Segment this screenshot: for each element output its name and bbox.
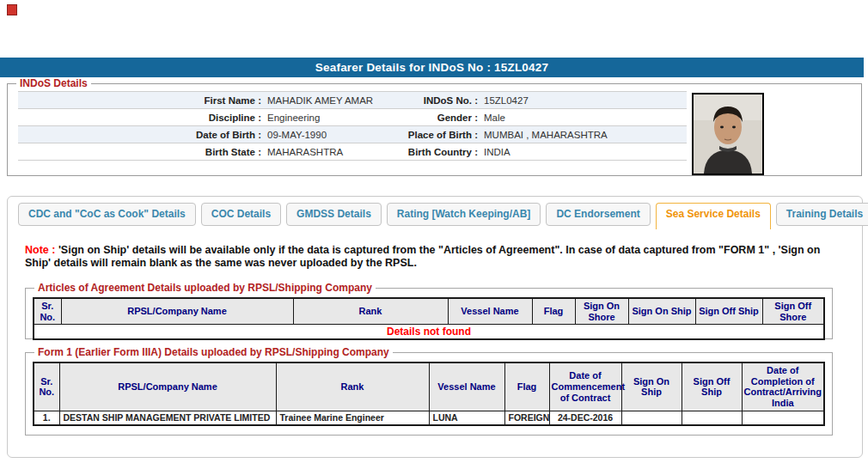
form1-header-sign-on-ship: Sign On Ship [621,362,682,411]
form1-table: Sr. No. RPSL/Company Name Rank Vessel Na… [33,362,825,426]
form1-cell-sign-off-ship [682,411,742,425]
detail-row-discipline: Discipline : Engineering Gender : Male [18,109,687,126]
tab-dc-endorsement[interactable]: DC Endorsement [546,203,650,226]
place-of-birth-label: Place of Birth : [398,126,484,143]
aoa-header-row: Sr. No. RPSL/Company Name Rank Vessel Na… [34,298,824,325]
indos-no-value: 15ZL0427 [484,92,687,108]
sea-service-panel: CDC and "CoC as Cook" Details COC Detail… [7,196,863,458]
aoa-header-sign-off-shore: Sign Off Shore [762,298,824,325]
form1-section: Form 1 (Earlier Form IIIA) Details uploa… [25,352,833,436]
articles-of-agreement-legend: Articles of Agreement Details uploaded b… [34,282,376,294]
birth-state-value: MAHARASHTRA [267,143,398,160]
articles-of-agreement-table: Sr. No. RPSL/Company Name Rank Vessel Na… [33,297,825,340]
indos-details-legend: INDoS Details [16,77,91,89]
detail-row-name: First Name : MAHADIK AMEY AMAR INDoS No.… [18,92,687,109]
seafarer-photo [692,93,764,175]
tab-bar: CDC and "CoC as Cook" Details COC Detail… [18,203,868,229]
indos-details-rows: First Name : MAHADIK AMEY AMAR INDoS No.… [18,91,687,161]
form1-cell-flag: FOREIGN [504,411,549,425]
aoa-header-rank: Rank [293,298,448,325]
aoa-header-sign-off-ship: Sign Off Ship [695,298,762,325]
aoa-header-company: RPSL/Company Name [61,298,293,325]
aoa-header-vessel: Vessel Name [448,298,532,325]
form1-data-row: 1. DESTAN SHIP MANAGEMENT PRIVATE LIMITE… [34,411,824,425]
form1-cell-company: DESTAN SHIP MANAGEMENT PRIVATE LIMITED [59,411,276,425]
birth-country-label: Birth Country : [398,143,484,160]
seafarer-photo-image [694,94,762,174]
form1-cell-completion [742,411,824,425]
form1-header-sr-no: Sr. No. [34,362,59,411]
form1-header-row: Sr. No. RPSL/Company Name Rank Vessel Na… [34,362,824,411]
note-prefix: Note : [25,244,55,256]
indos-no-label: INDoS No. : [398,92,484,108]
tab-gmdss-details[interactable]: GMDSS Details [286,203,382,226]
aoa-header-sign-on-shore: Sign On Shore [575,298,628,325]
form1-legend: Form 1 (Earlier Form IIIA) Details uploa… [34,346,393,358]
gender-label: Gender : [398,109,484,125]
seafarer-details-page: { "page": { "title": "Seafarer Details f… [0,0,868,463]
dob-value: 09-MAY-1990 [267,126,398,143]
form1-cell-commencement: 24-DEC-2016 [549,411,621,425]
form1-header-commencement: Date of Commencement of Contract [549,362,621,411]
form1-cell-sign-on-ship [621,411,682,425]
aoa-header-sign-on-ship: Sign On Ship [628,298,695,325]
birth-country-value: INDIA [484,143,687,160]
note-text: 'Sign on Ship' details will be available… [25,244,820,269]
detail-row-birth: Date of Birth : 09-MAY-1990 Place of Bir… [18,126,687,143]
detail-row-state: Birth State : MAHARASHTRA Birth Country … [18,143,687,161]
broken-image-icon [7,4,17,15]
discipline-label: Discipline : [18,109,267,125]
form1-header-sign-off-ship: Sign Off Ship [682,362,742,411]
dob-label: Date of Birth : [18,126,267,143]
form1-cell-vessel: LUNA [429,411,504,425]
aoa-empty-row: Details not found [34,325,824,339]
tab-cdc-coc-as-cook[interactable]: CDC and "CoC as Cook" Details [18,203,196,226]
aoa-header-flag: Flag [532,298,575,325]
form1-header-completion: Date of Completion of Contract/Arriving … [742,362,824,411]
form1-cell-sr-no: 1. [34,411,59,425]
tab-coc-details[interactable]: COC Details [201,203,281,226]
tab-training-details[interactable]: Training Details [776,203,868,226]
aoa-header-sr-no: Sr. No. [34,298,61,325]
tab-sea-service-details[interactable]: Sea Service Details [656,203,771,229]
page-title: Seafarer Details for INDoS No : 15ZL0427 [0,58,864,77]
place-of-birth-value: MUMBAI , MAHARASHTRA [484,126,687,143]
first-name-label: First Name : [18,92,267,108]
aoa-empty-message: Details not found [34,325,824,339]
discipline-value: Engineering [267,109,398,125]
form1-header-rank: Rank [276,362,429,411]
form1-header-vessel: Vessel Name [429,362,504,411]
articles-of-agreement-section: Articles of Agreement Details uploaded b… [25,288,833,339]
form1-cell-rank: Trainee Marine Engineer [276,411,429,425]
gender-value: Male [484,109,687,125]
sign-on-ship-note: Note : 'Sign on Ship' details will be av… [25,244,848,270]
form1-header-flag: Flag [504,362,549,411]
form1-header-company: RPSL/Company Name [59,362,276,411]
first-name-value: MAHADIK AMEY AMAR [267,92,398,108]
birth-state-label: Birth State : [18,143,267,160]
tab-rating-watch-keeping[interactable]: Rating [Watch Keeping/AB] [387,203,541,226]
